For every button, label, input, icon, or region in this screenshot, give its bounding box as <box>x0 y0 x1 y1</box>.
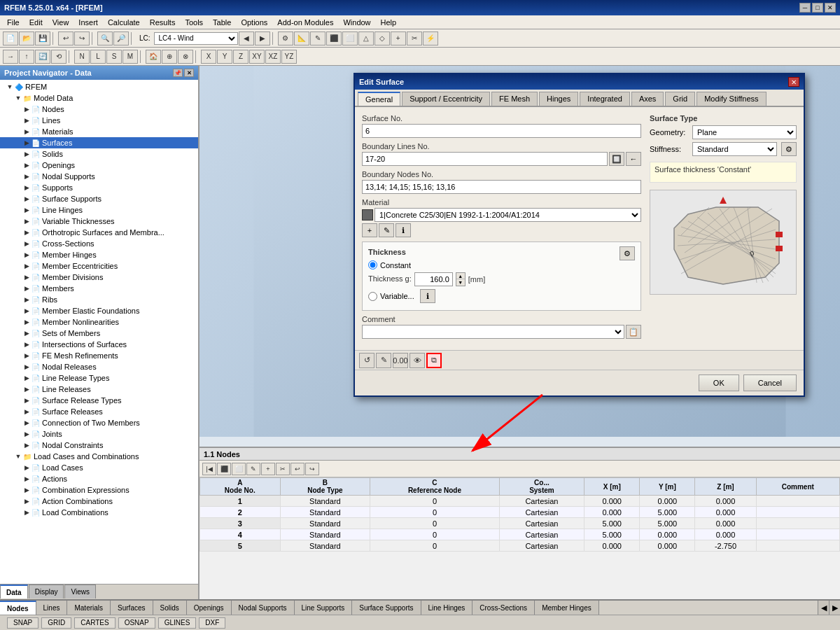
nav-tab-surfaces[interactable]: Surfaces <box>111 601 153 615</box>
tree-member-div[interactable]: ▶ 📄 Member Divisions <box>0 272 198 283</box>
ok-button[interactable]: OK <box>699 374 739 391</box>
tab-views[interactable]: Views <box>64 584 96 598</box>
comment-select[interactable] <box>362 325 624 339</box>
dtab-grid[interactable]: Grid <box>665 92 695 106</box>
stiffness-info-btn[interactable]: ⚙ <box>781 142 797 156</box>
tb2-btn13[interactable]: Y <box>217 50 232 64</box>
tree-surfaces[interactable]: ▶ 📄 Surfaces <box>0 137 198 148</box>
save-button[interactable]: 💾 <box>35 31 50 46</box>
tree-toggle-line-supports[interactable]: ▶ <box>22 183 31 192</box>
tree-sets-members[interactable]: ▶ 📄 Sets of Members <box>0 328 198 339</box>
tree-materials[interactable]: ▶ 📄 Materials <box>0 126 198 137</box>
pin-button[interactable]: 📌 <box>173 69 183 77</box>
tree-toggle-load-cases-sub[interactable]: ▶ <box>22 463 31 472</box>
material-add-btn[interactable]: + <box>362 223 377 237</box>
tree-toggle-member-elastic[interactable]: ▶ <box>22 307 31 315</box>
tree-toggle-surfaces[interactable]: ▶ <box>22 139 31 147</box>
tree-surface-release-types[interactable]: ▶ 📄 Surface Release Types <box>0 395 198 406</box>
tree-line-hinges[interactable]: ▶ 📄 Line Hinges <box>0 204 198 216</box>
variable-radio[interactable] <box>368 292 377 301</box>
nav-tab-line-hinges[interactable]: Line Hinges <box>421 601 473 615</box>
tree-toggle-combo-expressions[interactable]: ▶ <box>22 486 31 494</box>
tree-member-nonlin[interactable]: ▶ 📄 Member Nonlinearities <box>0 316 198 328</box>
tb1-btn6[interactable]: △ <box>358 31 374 46</box>
tree-action-combinations[interactable]: ▶ 📄 Action Combinations <box>0 496 198 507</box>
tree-model-data[interactable]: ▼ 📁 Model Data <box>0 92 198 104</box>
tree-ribs[interactable]: ▶ 📄 Ribs <box>0 294 198 305</box>
nav-tab-cross-sections[interactable]: Cross-Sections <box>472 601 535 615</box>
tree-ortho[interactable]: ▶ 📄 Orthotropic Surfaces and Membra... <box>0 227 198 238</box>
snap-button[interactable]: SNAP <box>7 617 38 629</box>
tb2-btn10[interactable]: ⊕ <box>162 50 177 64</box>
cartes-button[interactable]: CARTES <box>74 617 115 629</box>
dxf-button[interactable]: DXF <box>199 617 225 629</box>
constant-radio[interactable] <box>368 260 377 270</box>
tree-toggle-actions[interactable]: ▶ <box>22 475 31 483</box>
tb2-btn12[interactable]: X <box>201 50 216 64</box>
dtab-general[interactable]: General <box>358 92 400 106</box>
tb2-btn4[interactable]: ⟲ <box>51 50 66 64</box>
load-case-select[interactable]: LC4 - Wind <box>154 32 238 45</box>
tree-nodal-supports[interactable]: ▶ 📄 Nodal Supports <box>0 171 198 182</box>
tree-toggle-ribs[interactable]: ▶ <box>22 295 31 304</box>
tree-openings[interactable]: ▶ 📄 Openings <box>0 160 198 171</box>
undo-button[interactable]: ↩ <box>58 31 74 46</box>
tree-nodal-constraints[interactable]: ▶ 📄 Nodal Constraints <box>0 440 198 451</box>
tree-toggle-model-data[interactable]: ▼ <box>14 94 22 102</box>
tree-toggle-member-nonlin[interactable]: ▶ <box>22 318 31 326</box>
nav-tab-next[interactable]: ▶ <box>829 601 840 615</box>
tree-connection-two[interactable]: ▶ 📄 Connection of Two Members <box>0 417 198 428</box>
tree-toggle-fe-mesh[interactable]: ▶ <box>22 351 31 360</box>
tb1-btn9[interactable]: ✂ <box>407 31 422 46</box>
zoom-in-button[interactable]: 🔍 <box>97 31 113 46</box>
close-panel-button[interactable]: ✕ <box>184 69 194 77</box>
geometry-select[interactable]: Plane Quadrangle Rotated <box>692 125 797 139</box>
nav-tab-solids[interactable]: Solids <box>153 601 187 615</box>
tb2-btn1[interactable]: → <box>3 50 18 64</box>
tree-load-cases-sub[interactable]: ▶ 📄 Load Cases <box>0 462 198 473</box>
menubar-item-edit[interactable]: Edit <box>25 18 47 27</box>
tb2-btn9[interactable]: 🏠 <box>146 50 161 64</box>
menubar-item-help[interactable]: Help <box>377 18 401 27</box>
cancel-button[interactable]: Cancel <box>743 374 797 391</box>
tree-combo-expressions[interactable]: ▶ 📄 Combination Expressions <box>0 484 198 496</box>
dtab-axes[interactable]: Axes <box>631 92 664 106</box>
tree-surface-releases[interactable]: ▶ 📄 Surface Releases <box>0 406 198 417</box>
menubar-item-window[interactable]: Window <box>339 18 374 27</box>
tab-display[interactable]: Display <box>29 584 64 598</box>
dialog-tb-reset[interactable]: ↺ <box>359 353 374 368</box>
thickness-info-btn[interactable]: ⚙ <box>620 246 635 260</box>
tree-toggle-nodal-supports[interactable]: ▶ <box>22 172 31 181</box>
menubar-item-tools[interactable]: Tools <box>181 18 207 27</box>
nav-tab-line-supports[interactable]: Line Supports <box>295 601 353 615</box>
tree-toggle-nodes[interactable]: ▶ <box>22 105 31 113</box>
tb1-btn5[interactable]: ⬜ <box>342 31 358 46</box>
tb2-btn17[interactable]: YZ <box>281 50 297 64</box>
tree-rfem[interactable]: ▼ 🔷 RFEM <box>0 81 198 92</box>
redo-button[interactable]: ↪ <box>74 31 90 46</box>
dtab-hinges[interactable]: Hinges <box>539 92 578 106</box>
next-lc-button[interactable]: ▶ <box>255 31 270 46</box>
boundary-lines-info-btn[interactable]: ← <box>626 152 641 166</box>
tree-toggle-member-div[interactable]: ▶ <box>22 273 31 281</box>
new-button[interactable]: 📄 <box>3 31 18 46</box>
dialog-tb-value[interactable]: 0.00 <box>393 353 408 368</box>
material-edit-btn[interactable]: ✎ <box>379 223 394 237</box>
tree-load-cases[interactable]: ▼ 📁 Load Cases and Combinations <box>0 451 198 462</box>
nav-tab-materials[interactable]: Materials <box>67 601 111 615</box>
tree-surface-supports[interactable]: ▶ 📄 Surface Supports <box>0 193 198 204</box>
open-button[interactable]: 📂 <box>19 31 34 46</box>
tree-toggle-intersections[interactable]: ▶ <box>22 340 31 349</box>
tb2-btn14[interactable]: Z <box>233 50 248 64</box>
tree-toggle-member-ecc[interactable]: ▶ <box>22 262 31 270</box>
tree-intersections[interactable]: ▶ 📄 Intersections of Surfaces <box>0 339 198 350</box>
tb2-btn15[interactable]: XY <box>249 50 265 64</box>
tree-toggle-nodal-releases[interactable]: ▶ <box>22 363 31 371</box>
nav-tab-member-hinges[interactable]: Member Hinges <box>535 601 599 615</box>
tree-toggle-line-hinges[interactable]: ▶ <box>22 206 31 214</box>
tree-toggle-sets-members[interactable]: ▶ <box>22 329 31 337</box>
tree-line-releases[interactable]: ▶ 📄 Line Releases <box>0 384 198 395</box>
tree-lines[interactable]: ▶ 📄 Lines <box>0 115 198 126</box>
close-button[interactable]: ✕ <box>825 3 836 13</box>
tree-toggle-joints[interactable]: ▶ <box>22 430 31 438</box>
